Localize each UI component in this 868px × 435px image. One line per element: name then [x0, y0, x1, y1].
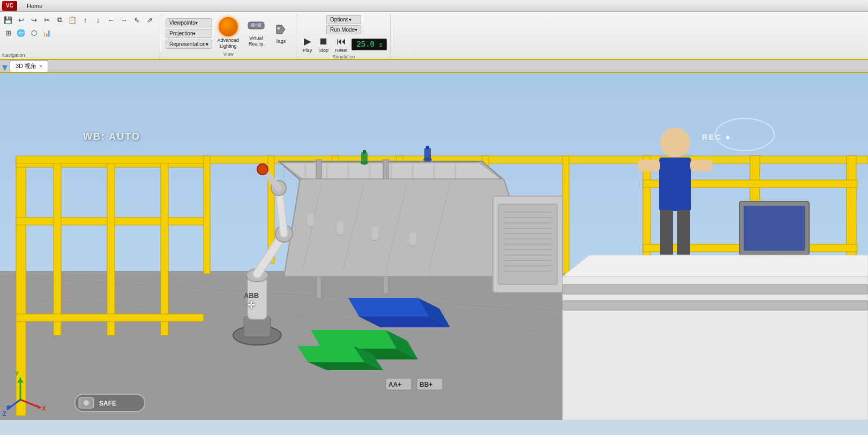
viewpoints-btn[interactable]: Viewpoints▾ — [166, 18, 212, 27]
qa-save-btn[interactable]: 💾 — [2, 14, 14, 26]
reset-btn[interactable]: ⏮ Reset — [333, 35, 350, 54]
qa-undo-btn[interactable]: ↩ — [15, 14, 27, 26]
svg-text:X: X — [42, 405, 46, 411]
advanced-lighting-label: Advanced Lighting — [218, 38, 239, 49]
simulation-label: Simulation — [333, 54, 355, 61]
options-label: Options▾ — [330, 17, 351, 22]
vr-icon — [247, 19, 265, 34]
qa-globe-btn[interactable]: 🌐 — [15, 27, 27, 39]
run-mode-label: Run Mode▾ — [330, 27, 357, 33]
svg-text:SAFE: SAFE — [99, 400, 116, 407]
tags-label: Tags — [275, 39, 286, 44]
ribbon-simulation-group: Options▾ Run Mode▾ ▶ Play ⏹ Stop ⏮ Reset — [297, 14, 391, 59]
svg-rect-58 — [426, 146, 429, 149]
svg-text:Y: Y — [15, 370, 19, 377]
svg-rect-109 — [690, 160, 713, 171]
representation-label: Representation▾ — [169, 41, 208, 47]
menu-item-home[interactable]: Home — [24, 2, 46, 10]
viewport-tab[interactable]: 3D 视角 × — [10, 60, 48, 72]
svg-rect-118 — [563, 284, 868, 294]
svg-text:✛: ✛ — [247, 300, 255, 311]
svg-text:AA+: AA+ — [388, 381, 401, 388]
ribbon: 💾 ↩ ↪ ✂ ⧉ 📋 ↑ ↓ ← → ⇖ ⇗ ⊞ 🌐 ⬡ 📊 Navigati… — [0, 12, 868, 60]
quick-access-toolbar-2: ⊞ 🌐 ⬡ 📊 — [2, 27, 53, 39]
qa-tr-btn[interactable]: ⇗ — [144, 14, 155, 26]
qa-chart-btn[interactable]: 📊 — [41, 27, 53, 39]
svg-rect-65 — [372, 227, 378, 240]
navigation-label: Navigation — [2, 52, 25, 59]
timer-value: 25.0 — [356, 40, 375, 49]
qa-left-btn[interactable]: ← — [105, 14, 117, 26]
svg-rect-69 — [308, 214, 314, 227]
vr-label: Virtual Reality — [249, 35, 264, 47]
svg-text:ABB: ABB — [244, 291, 259, 299]
quick-access-toolbar: 💾 ↩ ↪ ✂ ⧉ 📋 ↑ ↓ ← → ⇖ ⇗ — [2, 14, 155, 26]
options-btn[interactable]: Options▾ — [326, 15, 361, 24]
tags-icon — [274, 23, 287, 38]
timer-display: 25.0 s — [351, 39, 387, 50]
svg-marker-89 — [297, 346, 364, 362]
ribbon-view-group: Viewpoints▾ Projection▾ Representation▾ … — [161, 14, 296, 59]
advanced-lighting-btn[interactable]: Advanced Lighting — [218, 17, 239, 49]
svg-rect-108 — [638, 160, 660, 171]
qa-grid-btn[interactable]: ⊞ — [2, 27, 14, 39]
scene-svg: ABB — [0, 73, 868, 420]
advanced-lighting-icon — [219, 17, 238, 36]
qa-redo-btn[interactable]: ↪ — [28, 14, 40, 26]
stop-label: Stop — [318, 48, 328, 53]
tab-bar: 3D 视角 × — [0, 60, 868, 73]
qa-up-btn[interactable]: ↑ — [79, 14, 91, 26]
svg-rect-14 — [16, 159, 26, 416]
play-btn[interactable]: ▶ Play — [301, 34, 315, 54]
svg-point-5 — [278, 27, 280, 29]
representation-btn[interactable]: Representation▾ — [166, 40, 212, 49]
svg-rect-27 — [563, 156, 569, 274]
svg-rect-63 — [337, 222, 343, 235]
svg-text:WB: AUTO: WB: AUTO — [83, 131, 140, 142]
reset-label: Reset — [335, 48, 348, 53]
qa-box-btn[interactable]: ⬡ — [28, 27, 40, 39]
svg-rect-60 — [361, 152, 368, 164]
qa-copy-btn[interactable]: ⧉ — [54, 14, 65, 26]
svg-rect-57 — [424, 148, 431, 160]
svg-rect-67 — [409, 232, 416, 245]
view-dropdowns: Viewpoints▾ Projection▾ Representation▾ — [166, 18, 212, 49]
svg-rect-17 — [54, 159, 61, 335]
view-controls: Viewpoints▾ Projection▾ Representation▾ … — [166, 15, 291, 51]
view-group-label: View — [223, 51, 234, 58]
qa-cut-btn[interactable]: ✂ — [41, 14, 53, 26]
sim-controls: ▶ Play ⏹ Stop ⏮ Reset 25.0 s — [301, 34, 387, 54]
qa-right-btn[interactable]: → — [118, 14, 130, 26]
svg-marker-117 — [563, 255, 868, 276]
svg-rect-119 — [563, 301, 868, 310]
projection-btn[interactable]: Projection▾ — [166, 29, 212, 38]
tab-indicator — [2, 65, 8, 71]
svg-marker-4 — [276, 25, 285, 34]
svg-rect-20 — [16, 314, 204, 321]
qa-paste-btn[interactable]: 📋 — [66, 14, 78, 26]
stop-btn[interactable]: ⏹ Stop — [316, 35, 331, 54]
tab-label: 3D 视角 — [16, 62, 36, 70]
projection-label: Projection▾ — [169, 31, 196, 36]
reset-icon: ⏮ — [336, 36, 346, 47]
viewpoints-label: Viewpoints▾ — [169, 20, 198, 26]
stop-icon: ⏹ — [319, 36, 328, 47]
menu-bar: VC Home — [0, 0, 868, 12]
qa-tl-btn[interactable]: ⇖ — [131, 14, 143, 26]
svg-text:BB+: BB+ — [420, 381, 432, 388]
svg-point-130 — [84, 400, 89, 406]
svg-marker-83 — [348, 298, 429, 317]
qa-down-btn[interactable]: ↓ — [92, 14, 104, 26]
run-mode-btn[interactable]: Run Mode▾ — [326, 25, 361, 34]
svg-rect-107 — [659, 158, 691, 211]
svg-rect-22 — [204, 156, 210, 274]
viewport[interactable]: ABB — [0, 73, 868, 420]
svg-point-81 — [257, 164, 268, 175]
tab-close-btn[interactable]: × — [39, 63, 42, 69]
play-icon: ▶ — [304, 35, 311, 47]
svg-rect-18 — [107, 159, 115, 335]
tags-btn[interactable]: Tags — [270, 21, 291, 46]
svg-rect-61 — [363, 150, 366, 153]
virtual-reality-btn[interactable]: Virtual Reality — [244, 17, 268, 49]
svg-text:Z: Z — [3, 410, 6, 417]
